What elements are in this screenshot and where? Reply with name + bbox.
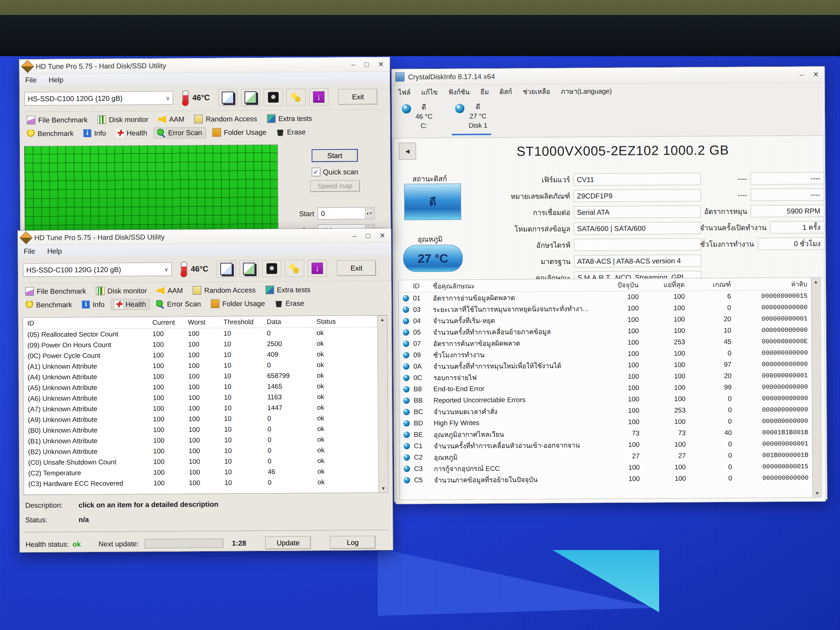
error-scan-grid xyxy=(24,145,279,235)
minimize-button[interactable]: – xyxy=(352,229,357,243)
tab[interactable]: Benchmark xyxy=(22,300,75,310)
column-header[interactable]: เกณฑ์ xyxy=(685,279,731,290)
column-header[interactable]: Data xyxy=(267,318,317,326)
disk-stat-fields: ---- ---- ---- ---- อัตราการหมุน 5900 RP… xyxy=(699,170,824,252)
column-header[interactable]: Current xyxy=(152,318,188,327)
column-header[interactable]: ชื่อคุณลักษณะ xyxy=(433,279,600,291)
previous-disk-button[interactable]: ◄ xyxy=(399,142,416,159)
copy-button[interactable] xyxy=(217,260,236,277)
menu-item[interactable]: Help xyxy=(47,247,62,255)
table-row[interactable]: (C3) Hardware ECC Recovered 100 100 10 0… xyxy=(24,477,388,489)
spinner-arrows-icon[interactable]: ▲▼ xyxy=(365,208,373,218)
aam-icon xyxy=(157,287,164,295)
minimize-button[interactable]: – xyxy=(799,68,804,82)
maximize-button[interactable]: □ xyxy=(365,57,369,71)
tab[interactable]: Folder Usage xyxy=(209,127,270,138)
column-header[interactable]: แย่ที่สุด xyxy=(638,279,685,290)
titlebar[interactable]: HD Tune Pro 5.75 - Hard Disk/SSD Utility… xyxy=(18,229,391,245)
column-header[interactable]: ID xyxy=(413,282,433,290)
start-scan-button[interactable]: Start xyxy=(312,149,358,162)
scroll-up-icon[interactable]: ▲ xyxy=(813,279,818,284)
tab[interactable]: Extra tests xyxy=(262,284,314,295)
tab[interactable]: File Benchmark xyxy=(22,286,90,297)
menu-item[interactable]: Help xyxy=(49,76,63,84)
start-spinner[interactable]: 0 ▲▼ xyxy=(318,207,374,219)
tab[interactable]: AAM xyxy=(155,114,188,125)
screenshot-button[interactable] xyxy=(262,260,281,277)
quick-scan-checkbox[interactable]: ✓ Quick scan xyxy=(312,167,358,176)
menu-item[interactable]: ไฟล์ xyxy=(398,87,411,97)
tab[interactable]: Disk monitor xyxy=(94,114,152,125)
vertical-scrollbar[interactable]: ▲ ▼ xyxy=(811,278,821,497)
screenshot-button[interactable] xyxy=(264,89,283,106)
disk-monitor-icon xyxy=(96,287,104,295)
tab[interactable]: File Benchmark xyxy=(23,114,91,125)
maximize-button[interactable]: □ xyxy=(366,229,370,243)
tab[interactable]: Random Access xyxy=(191,113,261,124)
tab[interactable]: Info xyxy=(80,128,110,139)
speed-map-button[interactable]: Speed map xyxy=(310,180,360,192)
disk-tab[interactable]: ดี 27 °C Disk 1 xyxy=(452,100,491,136)
tab[interactable]: Health xyxy=(111,298,150,310)
save-screenshot-button[interactable] xyxy=(240,260,259,277)
disk-health-badge[interactable]: ดี xyxy=(404,184,461,220)
table-row[interactable]: C5 จำนวนภาคข้อมูลที่รอย้ายในปัจจุบัน 100… xyxy=(400,472,821,486)
titlebar[interactable]: CrystalDiskInfo 8.17.14 x64 – ✕ xyxy=(392,66,824,85)
menu-item[interactable]: ช่วยเหลือ xyxy=(523,86,550,97)
vertical-scrollbar[interactable]: ▲ ▼ xyxy=(377,316,388,493)
tab-label: File Benchmark xyxy=(36,287,86,296)
description-label: Description: xyxy=(25,501,79,510)
log-button[interactable]: Log xyxy=(330,536,376,549)
copy-button[interactable] xyxy=(218,89,237,106)
update-now-button[interactable]: Update xyxy=(265,536,311,549)
close-button[interactable]: ✕ xyxy=(378,57,384,71)
update-button[interactable]: ↓ xyxy=(308,260,327,277)
exit-button[interactable]: Exit xyxy=(338,89,377,105)
disk-tab[interactable]: ดี 46 °C C: xyxy=(398,101,436,134)
tab[interactable]: Folder Usage xyxy=(207,298,268,309)
drive-selector[interactable]: HS-SSD-C100 120G (120 gB) ∨ xyxy=(25,91,173,106)
column-header[interactable]: Worst xyxy=(188,318,224,327)
tab[interactable]: Erase xyxy=(273,127,309,137)
menu-item[interactable]: File xyxy=(24,247,35,255)
menu-item[interactable]: File xyxy=(25,76,36,84)
options-button[interactable] xyxy=(285,260,304,277)
menu-item[interactable]: ธีม xyxy=(480,86,489,97)
tab[interactable]: Health xyxy=(112,128,151,138)
column-header[interactable]: ปัจจุบัน xyxy=(600,279,638,290)
menu-item[interactable]: ภาษา(Language) xyxy=(561,86,612,97)
tab[interactable]: Error Scan xyxy=(153,127,206,138)
minimize-button[interactable]: – xyxy=(351,57,355,71)
tab[interactable]: Info xyxy=(79,299,108,310)
column-header[interactable]: ID xyxy=(23,319,152,327)
column-header[interactable]: ค่าดิบ xyxy=(731,279,812,289)
tab-strip: File BenchmarkDisk monitorAAMRandom Acce… xyxy=(18,281,392,314)
tab-label: Info xyxy=(94,129,106,137)
tab[interactable]: AAM xyxy=(153,285,186,296)
tab[interactable]: Erase xyxy=(271,298,307,309)
save-screenshot-button[interactable] xyxy=(241,89,260,106)
scroll-down-icon[interactable]: ▼ xyxy=(815,490,819,496)
menu-item[interactable]: ฟังก์ชัน xyxy=(448,86,470,97)
tab[interactable]: Disk monitor xyxy=(92,285,150,296)
scroll-down-icon[interactable]: ▼ xyxy=(381,486,385,491)
tab[interactable]: Error Scan xyxy=(153,299,205,309)
drive-selector[interactable]: HS-SSD-C100 120G (120 gB) ∨ xyxy=(23,262,172,277)
tab[interactable]: Benchmark xyxy=(24,128,77,139)
tab[interactable]: Extra tests xyxy=(263,113,316,124)
options-button[interactable] xyxy=(286,88,306,106)
menu-item[interactable]: ดิสก์ xyxy=(500,86,512,97)
scroll-up-icon[interactable]: ▲ xyxy=(380,317,384,322)
close-button[interactable]: ✕ xyxy=(379,229,385,243)
column-header[interactable]: Threshold xyxy=(224,318,267,326)
column-header[interactable]: Status xyxy=(317,317,387,325)
titlebar[interactable]: HD Tune Pro 5.75 - Hard Disk/SSD Utility… xyxy=(19,57,390,74)
tab[interactable]: Random Access xyxy=(189,284,259,296)
temperature-badge[interactable]: 27 °C xyxy=(403,245,463,272)
tab-label: Random Access xyxy=(204,286,256,295)
menu-item[interactable]: แก้ไข xyxy=(421,87,437,97)
stat-field-row: ---- ---- xyxy=(699,186,824,203)
exit-button[interactable]: Exit xyxy=(337,260,376,276)
close-button[interactable]: ✕ xyxy=(813,67,819,81)
update-button[interactable]: ↓ xyxy=(309,88,328,106)
